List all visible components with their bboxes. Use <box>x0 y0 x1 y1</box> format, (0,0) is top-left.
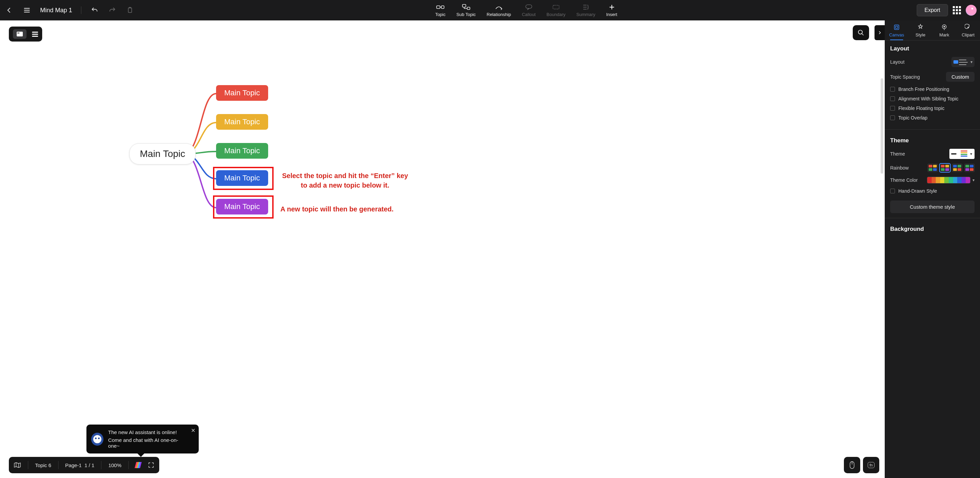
status-page-label[interactable]: Page-1 <box>65 462 82 468</box>
svg-line-18 <box>862 34 864 35</box>
chevron-down-icon[interactable]: ▾ <box>972 178 975 182</box>
scrollbar[interactable] <box>881 78 883 174</box>
rainbow-opt-4[interactable] <box>964 164 975 172</box>
section-layout-heading: Layout <box>890 45 975 52</box>
map-icon[interactable] <box>14 462 21 468</box>
tool-topic[interactable]: Topic <box>435 4 445 17</box>
layout-label: Layout <box>890 59 904 65</box>
node-3[interactable]: Main Topic <box>216 143 268 159</box>
rainbow-opt-2[interactable] <box>940 164 950 172</box>
highlight-box-2 <box>213 195 274 218</box>
rainbow-opt-1[interactable] <box>928 164 938 172</box>
svg-rect-3 <box>128 8 132 12</box>
menu-icon[interactable] <box>21 5 33 16</box>
svg-rect-24 <box>896 26 898 29</box>
mark-icon <box>941 24 948 31</box>
spacing-custom-button[interactable]: Custom <box>946 72 975 82</box>
topic-icon <box>436 4 445 11</box>
callout-icon <box>524 4 533 11</box>
collapse-panel-icon[interactable] <box>875 25 885 40</box>
svg-point-27 <box>968 27 969 28</box>
custom-theme-button[interactable]: Custom theme style <box>890 201 975 213</box>
canvas-area[interactable]: Main Topic Main Topic Main Topic Main To… <box>0 21 980 478</box>
svg-rect-9 <box>553 5 559 9</box>
node-2[interactable]: Main Topic <box>216 114 268 130</box>
relationship-icon <box>495 4 503 11</box>
toast-line-1: The new AI assistant is online! <box>108 429 185 435</box>
tool-boundary: Boundary <box>546 4 566 17</box>
redo-icon[interactable] <box>107 5 118 16</box>
annotation-1: Select the topic and hit the “Enter” key… <box>280 171 410 190</box>
cb-flexible-floating[interactable]: Flexible Floating topic <box>890 105 975 111</box>
tab-style-label: Style <box>916 32 926 37</box>
tab-mark-label: Mark <box>940 32 950 37</box>
tool-summary-label: Summary <box>576 12 595 17</box>
tool-summary: Summary <box>576 4 595 17</box>
annotation-2: A new topic will then be generated. <box>280 204 394 214</box>
cb-flex-label: Flexible Floating topic <box>898 105 944 111</box>
cb-overlap-label: Topic Overlap <box>898 115 928 121</box>
tab-canvas[interactable]: Canvas <box>885 21 908 40</box>
mouse-mode-button[interactable] <box>844 457 860 473</box>
node-1[interactable]: Main Topic <box>216 85 268 101</box>
close-icon[interactable]: ✕ <box>191 427 195 434</box>
boundary-icon <box>552 4 560 11</box>
undo-icon[interactable] <box>89 5 100 16</box>
rainbow-opt-3[interactable] <box>952 164 962 172</box>
tool-insert-label: Insert <box>606 12 617 17</box>
separator <box>81 6 81 14</box>
highlight-box-1 <box>213 167 274 190</box>
canvas-icon <box>893 24 900 31</box>
layout-thumb-icon <box>953 58 968 66</box>
theme-color-bar[interactable] <box>927 177 970 183</box>
tab-mark[interactable]: Mark <box>932 21 956 40</box>
ai-assistant-toast: The new AI assistant is online! Come and… <box>86 425 199 454</box>
rainbow-label: Rainbow <box>890 165 908 170</box>
tab-clipart-label: Clipart <box>962 32 975 37</box>
svg-rect-4 <box>437 6 440 8</box>
svg-point-17 <box>859 30 862 34</box>
subtopic-icon <box>462 4 471 11</box>
paste-icon[interactable] <box>124 5 136 16</box>
tool-callout-label: Callout <box>522 12 536 17</box>
apps-icon[interactable] <box>953 6 961 14</box>
svg-rect-6 <box>463 5 466 7</box>
document-title[interactable]: Mind Map 1 <box>40 7 72 14</box>
status-bar: Topic 6 Page-1 1 / 1 100% <box>9 457 159 473</box>
svg-rect-5 <box>441 6 444 8</box>
tool-callout: Callout <box>522 4 536 17</box>
tool-topic-label: Topic <box>435 12 445 17</box>
fullscreen-icon[interactable] <box>148 462 154 468</box>
back-icon[interactable] <box>3 5 15 16</box>
tool-subtopic[interactable]: Sub Topic <box>456 4 476 17</box>
tool-relationship[interactable]: Relationship <box>487 4 511 17</box>
search-button[interactable] <box>853 25 869 40</box>
ai-bot-icon <box>91 433 103 446</box>
section-background-heading: Background <box>890 226 975 233</box>
fn-badge: fn <box>868 462 874 468</box>
root-node[interactable]: Main Topic <box>129 143 196 164</box>
fn-key-button[interactable]: fn <box>863 457 879 473</box>
tab-canvas-label: Canvas <box>889 32 904 37</box>
tab-clipart[interactable]: Clipart <box>956 21 980 40</box>
status-zoom[interactable]: 100% <box>108 462 121 468</box>
toast-line-2: Come and chat with AI one-on-one~ <box>108 437 185 449</box>
spacing-label: Topic Spacing <box>890 74 920 80</box>
export-button[interactable]: Export <box>917 4 948 16</box>
svg-point-26 <box>943 26 945 27</box>
cb-align-sibling[interactable]: Alignment With Sibling Topic <box>890 96 975 102</box>
tool-insert[interactable]: Insert <box>606 4 617 17</box>
avatar[interactable] <box>966 5 977 16</box>
theme-picker[interactable]: ▾ <box>950 149 975 159</box>
tool-boundary-label: Boundary <box>546 12 566 17</box>
cb-branch-free[interactable]: Branch Free Positioning <box>890 86 975 92</box>
right-panel: Canvas Style Mark Clipart Layout Layout <box>885 21 980 478</box>
layout-picker[interactable]: ▾ <box>951 57 975 67</box>
summary-icon <box>582 4 590 11</box>
cb-topic-overlap[interactable]: Topic Overlap <box>890 115 975 121</box>
chevron-down-icon: ▾ <box>970 151 974 156</box>
cb-hand-drawn[interactable]: Hand-Drawn Style <box>890 188 975 194</box>
tab-style[interactable]: Style <box>908 21 932 40</box>
ai-rainbow-icon[interactable] <box>135 462 141 468</box>
rainbow-swatches[interactable] <box>928 164 975 172</box>
